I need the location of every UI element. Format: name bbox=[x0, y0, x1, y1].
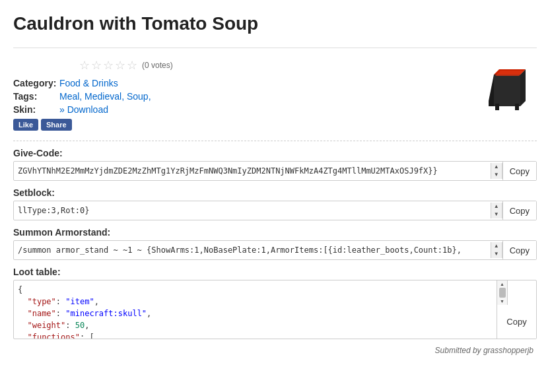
page-container: Cauldron with Tomato Soup ☆ ☆ ☆ ☆ ☆ (0 v… bbox=[0, 0, 550, 368]
facebook-share-button[interactable]: Share bbox=[41, 119, 72, 131]
svg-marker-3 bbox=[520, 69, 526, 106]
setblock-scroll-up[interactable]: ▲ bbox=[491, 203, 502, 211]
skin-label: Skin: bbox=[13, 104, 59, 115]
summon-scroll-down[interactable]: ▼ bbox=[491, 250, 502, 258]
star-2-icon[interactable]: ☆ bbox=[91, 58, 102, 73]
svg-rect-5 bbox=[495, 104, 499, 110]
summon-section: Summon Armorstand: ▲ ▼ Copy bbox=[13, 227, 537, 260]
loot-scroll-thumb bbox=[499, 288, 506, 298]
give-code-row: ▲ ▼ Copy bbox=[13, 161, 537, 181]
setblock-input[interactable] bbox=[14, 203, 491, 218]
item-image bbox=[477, 58, 537, 117]
item-image-svg bbox=[481, 61, 533, 114]
meta-section: ☆ ☆ ☆ ☆ ☆ (0 votes) Category: Food & Dri… bbox=[13, 58, 537, 131]
skin-value: Download bbox=[59, 104, 108, 115]
loot-text-area: { "type": "item", "name": "minecraft:sku… bbox=[14, 280, 497, 339]
give-code-copy-button[interactable]: Copy bbox=[502, 162, 536, 180]
download-link[interactable]: Download bbox=[59, 104, 108, 115]
tags-value: Meal, Medieval, Soup, bbox=[59, 91, 151, 102]
loot-scroll-panel: ▲ ▼ bbox=[497, 280, 508, 305]
facebook-like-button[interactable]: Like bbox=[13, 119, 38, 131]
give-code-input[interactable] bbox=[14, 163, 491, 179]
setblock-section: Setblock: ▲ ▼ Copy bbox=[13, 187, 537, 220]
summon-copy-button[interactable]: Copy bbox=[502, 241, 536, 259]
tags-label: Tags: bbox=[13, 91, 59, 102]
give-code-label: Give-Code: bbox=[13, 148, 537, 158]
category-label: Category: bbox=[13, 78, 59, 88]
loot-copy-label: Copy bbox=[506, 317, 526, 327]
loot-scroll-up-icon[interactable]: ▲ bbox=[500, 282, 504, 286]
loot-line-5: "functions": [ bbox=[18, 331, 493, 339]
tags-link[interactable]: Meal, Medieval, Soup, bbox=[59, 91, 151, 102]
skin-row: Skin: Download bbox=[13, 104, 537, 115]
category-value: Food & Drinks bbox=[59, 78, 118, 88]
setblock-scroll-down[interactable]: ▼ bbox=[491, 211, 502, 218]
like-label: Like bbox=[18, 121, 33, 129]
category-row: Category: Food & Drinks bbox=[13, 78, 537, 88]
summon-scroll-btns: ▲ ▼ bbox=[491, 242, 502, 258]
star-1-icon[interactable]: ☆ bbox=[79, 58, 90, 73]
item-img-box bbox=[477, 58, 537, 117]
star-3-icon[interactable]: ☆ bbox=[103, 58, 114, 73]
loot-line-2: "type": "item", bbox=[18, 296, 493, 308]
loot-section: Loot table: { "type": "item", "name": "m… bbox=[13, 267, 537, 339]
svg-rect-6 bbox=[515, 104, 519, 110]
page-title: Cauldron with Tomato Soup bbox=[13, 7, 537, 41]
submitted-text: Submitted by grasshopperjb bbox=[435, 346, 533, 355]
give-code-scroll-down[interactable]: ▼ bbox=[491, 171, 502, 179]
setblock-label: Setblock: bbox=[13, 187, 537, 198]
setblock-row: ▲ ▼ Copy bbox=[13, 201, 537, 220]
tags-row: Tags: Meal, Medieval, Soup, bbox=[13, 91, 537, 102]
star-4-icon[interactable]: ☆ bbox=[115, 58, 125, 73]
submitted-line: Submitted by grasshopperjb bbox=[13, 346, 537, 355]
loot-scroll-down-icon[interactable]: ▼ bbox=[500, 299, 504, 304]
svg-marker-1 bbox=[489, 75, 494, 106]
summon-input[interactable] bbox=[14, 242, 491, 258]
loot-line-4: "weight": 50, bbox=[18, 319, 493, 331]
loot-line-1: { bbox=[18, 284, 493, 296]
votes-label: (0 votes) bbox=[142, 61, 173, 70]
setblock-scroll-btns: ▲ ▼ bbox=[491, 203, 502, 218]
share-label: Share bbox=[46, 121, 67, 129]
loot-right-panel: ▲ ▼ Copy bbox=[497, 280, 536, 339]
social-row: Like Share bbox=[13, 119, 537, 131]
loot-outer: { "type": "item", "name": "minecraft:sku… bbox=[13, 280, 537, 339]
meta-left: ☆ ☆ ☆ ☆ ☆ (0 votes) Category: Food & Dri… bbox=[13, 58, 537, 131]
loot-line-3: "name": "minecraft:skull", bbox=[18, 308, 493, 319]
setblock-copy-button[interactable]: Copy bbox=[502, 201, 536, 220]
summon-label: Summon Armorstand: bbox=[13, 227, 537, 238]
svg-marker-2 bbox=[494, 75, 520, 106]
give-code-scroll-btns: ▲ ▼ bbox=[491, 163, 502, 179]
summon-scroll-up[interactable]: ▲ bbox=[491, 242, 502, 250]
category-link[interactable]: Food & Drinks bbox=[59, 78, 118, 88]
loot-label: Loot table: bbox=[13, 267, 537, 277]
loot-copy-button[interactable]: Copy bbox=[497, 305, 536, 339]
give-code-section: Give-Code: ▲ ▼ Copy bbox=[13, 148, 537, 181]
divider-1 bbox=[13, 141, 537, 141]
summon-row: ▲ ▼ Copy bbox=[13, 240, 537, 260]
stars-row: ☆ ☆ ☆ ☆ ☆ (0 votes) bbox=[79, 58, 537, 73]
give-code-scroll-up[interactable]: ▲ bbox=[491, 163, 502, 171]
title-section: Cauldron with Tomato Soup bbox=[13, 7, 537, 48]
star-5-icon[interactable]: ☆ bbox=[127, 58, 137, 73]
